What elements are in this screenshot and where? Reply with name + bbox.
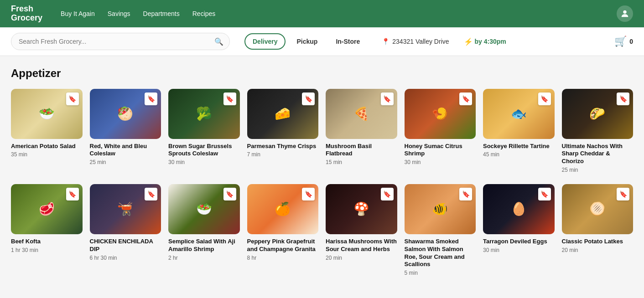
recipe-card[interactable]: 🫓 🔖 Classic Potato Latkes 20 min	[562, 184, 634, 276]
bookmark-icon: 🔖	[147, 95, 155, 103]
recipe-image-wrap: 🥦 🔖	[168, 89, 240, 139]
recipe-card[interactable]: 🫕 🔖 CHICKEN ENCHILADA DIP 6 hr 30 min	[90, 184, 161, 276]
recipe-grid-row1: 🥗 🔖 American Potato Salad 35 min 🥙 🔖 Red…	[11, 89, 633, 173]
recipe-time: 45 min	[483, 151, 555, 158]
recipe-card[interactable]: 🌮 🔖 Ultimate Nachos With Sharp Cheddar &…	[562, 89, 634, 173]
recipe-name: Classic Potato Latkes	[562, 238, 634, 246]
recipe-card[interactable]: 🥚 🔖 Tarragon Deviled Eggs 30 min	[483, 184, 555, 276]
bookmark-icon: 🔖	[619, 95, 627, 103]
recipe-image-wrap: 🥚 🔖	[483, 184, 555, 234]
address-section[interactable]: 📍 234321 Valley Drive	[382, 38, 449, 45]
location-icon: 📍	[382, 38, 390, 45]
recipe-image-wrap: 🍄 🔖	[326, 184, 397, 234]
bookmark-icon: 🔖	[383, 95, 391, 103]
bookmark-icon: 🔖	[619, 190, 627, 198]
bookmark-button[interactable]: 🔖	[302, 92, 315, 105]
section-title: Appetizer	[11, 67, 633, 80]
recipe-image-wrap: 🥙 🔖	[90, 89, 161, 139]
recipe-card[interactable]: 🍄 🔖 Harissa Mushrooms With Sour Cream an…	[326, 184, 397, 276]
recipe-card[interactable]: 🥩 🔖 Beef Kofta 1 hr 30 min	[11, 184, 83, 276]
bookmark-button[interactable]: 🔖	[66, 188, 79, 200]
bookmark-button[interactable]: 🔖	[459, 92, 472, 105]
bookmark-button[interactable]: 🔖	[223, 188, 236, 200]
recipe-card[interactable]: 🍤 🔖 Honey Sumac Citrus Shrimp 30 min	[405, 89, 476, 173]
recipe-time: 30 min	[405, 159, 476, 165]
bookmark-button[interactable]: 🔖	[223, 92, 236, 105]
bookmark-icon: 🔖	[226, 190, 234, 198]
recipe-image-wrap: 🐠 🔖	[405, 184, 476, 234]
recipe-image-wrap: 🧀 🔖	[247, 89, 319, 139]
delivery-button[interactable]: Delivery	[244, 33, 286, 50]
recipe-image-wrap: 🥗 🔖	[11, 89, 83, 139]
bookmark-button[interactable]: 🔖	[302, 188, 315, 200]
bookmark-icon: 🔖	[305, 190, 312, 198]
recipe-image-wrap: 🥗 🔖	[168, 184, 240, 234]
recipe-name: CHICKEN ENCHILADA DIP	[90, 238, 161, 253]
recipe-card[interactable]: 🍕 🔖 Mushroom Basil Flatbread 15 min	[326, 89, 397, 173]
recipe-name: Semplice Salad With Aji Amarillo Shrimp	[168, 238, 240, 253]
main-nav: Buy It Again Savings Departments Recipes	[61, 10, 215, 17]
recipe-name: Honey Sumac Citrus Shrimp	[405, 143, 476, 158]
nav-recipes[interactable]: Recipes	[192, 10, 216, 17]
recipe-name: Harissa Mushrooms With Sour Cream and He…	[326, 238, 397, 253]
recipe-name: Peppery Pink Grapefruit and Champagne Gr…	[247, 238, 319, 253]
delivery-time-text: by 4:30pm	[475, 38, 506, 45]
bookmark-button[interactable]: 🔖	[66, 92, 79, 105]
bookmark-button[interactable]: 🔖	[381, 188, 394, 200]
recipe-card[interactable]: 🥦 🔖 Brown Sugar Brussels Sprouts Colesla…	[168, 89, 240, 173]
recipe-card[interactable]: 🥗 🔖 Semplice Salad With Aji Amarillo Shr…	[168, 184, 240, 276]
bookmark-button[interactable]: 🔖	[617, 188, 629, 200]
recipe-name: Ultimate Nachos With Sharp Cheddar & Cho…	[562, 143, 634, 166]
recipe-card[interactable]: 🥙 🔖 Red, White and Bleu Coleslaw 25 min	[90, 89, 161, 173]
recipe-time: 35 min	[11, 151, 83, 158]
recipe-grid-row2: 🥩 🔖 Beef Kofta 1 hr 30 min 🫕 🔖 CHICKEN E…	[11, 184, 633, 276]
pickup-button[interactable]: Pickup	[289, 34, 325, 49]
bookmark-button[interactable]: 🔖	[381, 92, 394, 105]
recipe-name: Sockeye Rillette Tartine	[483, 143, 555, 150]
nav-departments[interactable]: Departments	[143, 10, 180, 17]
recipe-name: Red, White and Bleu Coleslaw	[90, 143, 161, 158]
bookmark-button[interactable]: 🔖	[538, 92, 551, 105]
recipe-image-wrap: 🫓 🔖	[562, 184, 634, 234]
svg-point-0	[623, 10, 626, 14]
bookmark-icon: 🔖	[383, 190, 391, 198]
bookmark-icon: 🔖	[226, 95, 234, 103]
address-text: 234321 Valley Drive	[392, 38, 449, 45]
user-avatar[interactable]	[617, 5, 633, 22]
cart-section[interactable]: 🛒 0	[614, 36, 633, 47]
recipe-image-wrap: 🌮 🔖	[562, 89, 634, 139]
bookmark-button[interactable]: 🔖	[145, 92, 157, 105]
bookmark-button[interactable]: 🔖	[459, 188, 472, 200]
recipe-time: 20 min	[326, 255, 397, 261]
search-input[interactable]	[11, 33, 230, 50]
bookmark-button[interactable]: 🔖	[617, 92, 629, 105]
recipe-image-wrap: 🍤 🔖	[405, 89, 476, 139]
bookmark-button[interactable]: 🔖	[538, 188, 551, 200]
recipe-name: Tarragon Deviled Eggs	[483, 238, 555, 246]
recipe-image-wrap: 🥩 🔖	[11, 184, 83, 234]
recipe-time: 7 min	[247, 151, 319, 158]
bookmark-button[interactable]: 🔖	[145, 188, 157, 200]
search-container: 🔍	[11, 33, 230, 50]
recipe-time: 30 min	[168, 159, 240, 165]
lightning-icon: ⚡	[464, 37, 473, 46]
recipe-card[interactable]: 🍊 🔖 Peppery Pink Grapefruit and Champagn…	[247, 184, 319, 276]
recipe-name: Beef Kofta	[11, 238, 83, 246]
recipe-card[interactable]: 🧀 🔖 Parmesan Thyme Crisps 7 min	[247, 89, 319, 173]
recipe-image-wrap: 🐟 🔖	[483, 89, 555, 139]
recipe-card[interactable]: 🐟 🔖 Sockeye Rillette Tartine 45 min	[483, 89, 555, 173]
nav-buy-it-again[interactable]: Buy It Again	[61, 10, 95, 17]
in-store-button[interactable]: In-Store	[328, 34, 367, 49]
recipe-name: Brown Sugar Brussels Sprouts Coleslaw	[168, 143, 240, 158]
nav-savings[interactable]: Savings	[108, 10, 130, 17]
recipe-time: 5 min	[405, 270, 476, 276]
recipe-name: Mushroom Basil Flatbread	[326, 143, 397, 158]
recipe-card[interactable]: 🐠 🔖 Shawarma Smoked Salmon With Salmon R…	[405, 184, 476, 276]
bookmark-icon: 🔖	[68, 190, 76, 198]
recipe-time: 15 min	[326, 159, 397, 165]
recipe-image-wrap: 🍊 🔖	[247, 184, 319, 234]
delivery-options: Delivery Pickup In-Store	[244, 33, 367, 50]
recipe-image-wrap: 🍕 🔖	[326, 89, 397, 139]
logo[interactable]: Fresh Grocery	[11, 5, 42, 23]
recipe-card[interactable]: 🥗 🔖 American Potato Salad 35 min	[11, 89, 83, 173]
